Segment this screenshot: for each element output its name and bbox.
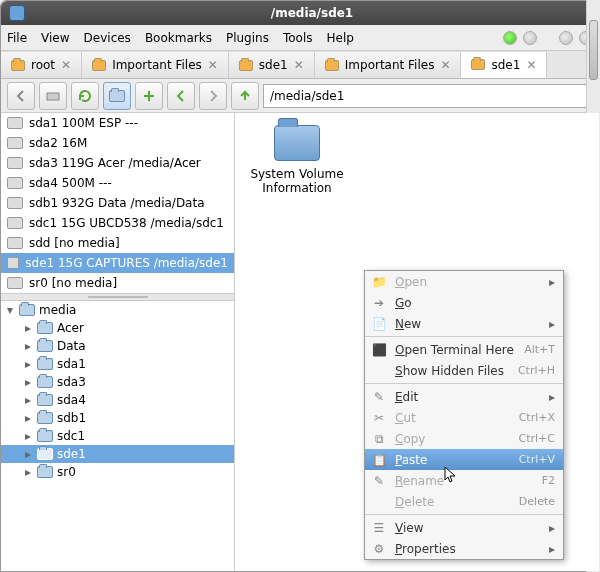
tree-node[interactable]: ▸sda4 [1,391,234,409]
address-bar[interactable]: /media/sde1 [263,84,593,108]
add-button[interactable] [135,82,163,110]
twist-icon[interactable]: ▸ [23,393,33,407]
menu-show-hidden-files[interactable]: Show Hidden FilesCtrl+H [365,360,563,381]
menu-label: Paste [395,453,511,467]
tab-label: Important Files [112,58,202,72]
view-icon: ☰ [371,520,387,536]
menu-devices[interactable]: Devices [84,31,131,45]
tree-node[interactable]: ▸sr0 [1,463,234,481]
tab-0[interactable]: root✕ [1,51,82,78]
device-row[interactable]: sdb1 932G Data /media/Data [1,193,234,213]
refresh-button[interactable] [71,82,99,110]
prev-arrow-button[interactable] [167,82,195,110]
menu-paste[interactable]: 📋PasteCtrl+V [365,449,563,470]
drive-icon [7,117,23,129]
device-row[interactable]: sdd [no media] [1,233,234,253]
twist-icon[interactable]: ▸ [23,339,33,353]
menu-properties[interactable]: ⚙Properties▸ [365,538,563,559]
tree-node[interactable]: ▸Data [1,337,234,355]
tree-label: sda4 [57,393,86,407]
blank-icon [371,494,387,510]
menu-file[interactable]: File [7,31,27,45]
menu-label: Open [395,275,541,289]
device-row[interactable]: sde1 15G CAPTURES /media/sde1 [1,253,234,273]
tree-node[interactable]: ▸sdc1 [1,427,234,445]
close-icon[interactable]: ✕ [440,58,450,72]
next-arrow-button[interactable] [199,82,227,110]
tab-3[interactable]: Important Files✕ [315,51,462,78]
twist-icon[interactable]: ▸ [23,429,33,443]
folder-icon [37,340,53,352]
close-icon[interactable]: ✕ [526,58,536,72]
device-row[interactable]: sr0 [no media] [1,273,234,293]
submenu-icon: ▸ [549,275,555,289]
drive-icon [7,157,23,169]
menu-plugins[interactable]: Plugins [226,31,269,45]
drive-icon [7,217,23,229]
menu-rename: ✎RenameF2 [365,470,563,491]
folder-icon [471,59,485,70]
up-button[interactable] [231,82,259,110]
twist-icon[interactable]: ▾ [5,303,15,317]
folder-icon [37,358,53,370]
props-icon: ⚙ [371,541,387,557]
toolbar: /media/sde1 [1,79,599,113]
twist-icon[interactable]: ▸ [23,465,33,479]
tab-4[interactable]: sde1✕ [461,51,547,78]
menu-open-terminal-here[interactable]: ⬛Open Terminal HereAlt+T [365,339,563,360]
copy-icon: ⧉ [371,431,387,447]
device-row[interactable]: sda3 119G Acer /media/Acer [1,153,234,173]
go-icon: ➔ [371,295,387,311]
tree-label: sda1 [57,357,86,371]
menu-view[interactable]: View [41,31,69,45]
tree-root[interactable]: ▾media [1,301,234,319]
edit-icon: ✎ [371,389,387,405]
tree-node[interactable]: ▸Acer [1,319,234,337]
back-button[interactable] [7,82,35,110]
twist-icon[interactable]: ▸ [23,447,33,461]
pane-splitter[interactable] [1,293,234,301]
status-dot-3 [559,31,573,45]
tree-node[interactable]: ▸sda3 [1,373,234,391]
menu-edit[interactable]: ✎Edit▸ [365,386,563,407]
tree-node[interactable]: ▸sdb1 [1,409,234,427]
term-icon: ⬛ [371,342,387,358]
context-menu: 📁Open▸➔Go📄New▸⬛Open Terminal HereAlt+TSh… [364,270,564,560]
drive-icon [7,277,23,289]
device-row[interactable]: sda4 500M --- [1,173,234,193]
tab-2[interactable]: sde1✕ [229,51,315,78]
tab-1[interactable]: Important Files✕ [82,51,229,78]
menu-copy: ⧉CopyCtrl+C [365,428,563,449]
device-row[interactable]: sda1 100M ESP --- [1,113,234,133]
twist-icon[interactable]: ▸ [23,411,33,425]
menu-view[interactable]: ☰View▸ [365,517,563,538]
folder-icon: 📁 [371,274,387,290]
tree-node[interactable]: ▸sde1 [1,445,234,463]
twist-icon[interactable]: ▸ [23,321,33,335]
status-dot-2 [523,31,537,45]
svg-rect-0 [47,93,59,100]
tree-label: media [39,303,76,317]
close-icon[interactable]: ✕ [208,58,218,72]
twist-icon[interactable]: ▸ [23,357,33,371]
drive-button[interactable] [39,82,67,110]
menu-label: Show Hidden Files [395,364,510,378]
menu-new[interactable]: 📄New▸ [365,313,563,334]
menu-bookmarks[interactable]: Bookmarks [145,31,212,45]
menu-label: New [395,317,541,331]
device-row[interactable]: sdc1 15G UBCD538 /media/sdc1 [1,213,234,233]
folder-button[interactable] [103,82,131,110]
tree-node[interactable]: ▸sda1 [1,355,234,373]
tab-label: Important Files [345,58,435,72]
paste-icon: 📋 [371,452,387,468]
file-item[interactable]: System Volume Information [247,125,347,195]
folder-icon [325,60,339,71]
device-row[interactable]: sda2 16M [1,133,234,153]
menu-go[interactable]: ➔Go [365,292,563,313]
twist-icon[interactable]: ▸ [23,375,33,389]
close-icon[interactable]: ✕ [294,58,304,72]
status-dot-1 [503,31,517,45]
menu-tools[interactable]: Tools [283,31,313,45]
close-icon[interactable]: ✕ [61,58,71,72]
menu-help[interactable]: Help [326,31,353,45]
